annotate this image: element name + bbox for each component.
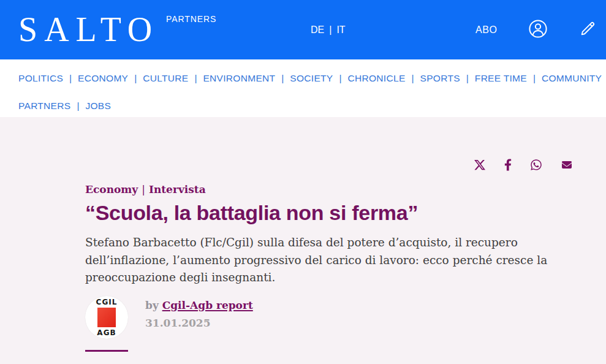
account-button[interactable]	[528, 20, 548, 40]
nav-separator: |	[134, 73, 137, 84]
share-email-button[interactable]	[561, 160, 573, 170]
whatsapp-icon	[530, 159, 542, 171]
share-bar	[85, 117, 573, 172]
lang-de-button[interactable]: DE	[311, 25, 324, 36]
facebook-icon	[504, 159, 512, 171]
nav-item-community[interactable]: COMMUNITY	[542, 73, 602, 84]
nav-separator: |	[194, 73, 197, 84]
nav-separator: |	[466, 73, 469, 84]
nav-row-1: POLITICS|ECONOMY|CULTURE|ENVIRONMENT|SOC…	[18, 70, 588, 87]
article-divider	[85, 350, 128, 352]
avatar-agb-text: AGB	[97, 329, 116, 336]
category-link[interactable]: Economy	[85, 183, 138, 195]
abo-link[interactable]: ABO	[475, 25, 498, 36]
nav-item-culture[interactable]: CULTURE	[143, 73, 188, 84]
write-button[interactable]	[577, 20, 598, 40]
byline: by Cgil-Agb report	[145, 299, 253, 311]
email-icon	[561, 160, 573, 170]
nav-item-environment[interactable]: ENVIRONMENT	[203, 73, 275, 84]
nav-item-economy[interactable]: ECONOMY	[78, 73, 128, 84]
nav-item-partners[interactable]: PARTNERS	[18, 100, 70, 112]
nav-item-politics[interactable]: POLITICS	[18, 73, 63, 84]
site-header: SALTO PARTNERS DE | IT ABO	[0, 0, 606, 59]
header-partners-link[interactable]: PARTNERS	[166, 14, 216, 24]
subcategory-link[interactable]: Intervista	[149, 183, 206, 195]
share-facebook-button[interactable]	[504, 159, 512, 171]
nav-item-free-time[interactable]: FREE TIME	[475, 73, 527, 84]
byline-column: by Cgil-Agb report 31.01.2025	[145, 296, 253, 339]
article-teaser: Stefano Barbacetto (Flc/Cgil) sulla dife…	[85, 234, 573, 287]
nav-item-jobs[interactable]: JOBS	[85, 100, 111, 112]
author-avatar[interactable]: CGIL AGB	[85, 296, 128, 339]
nav-item-sports[interactable]: SPORTS	[420, 73, 460, 84]
breadcrumb: Economy|Intervista	[85, 183, 573, 195]
main-nav: POLITICS|ECONOMY|CULTURE|ENVIRONMENT|SOC…	[0, 59, 606, 117]
pencil-icon	[578, 20, 597, 40]
cgil-logo-square	[97, 308, 116, 327]
nav-separator: |	[69, 73, 72, 84]
article-header-area: Economy|Intervista “Scuola, la battaglia…	[0, 117, 606, 364]
nav-item-chronicle[interactable]: CHRONICLE	[348, 73, 406, 84]
nav-separator: |	[77, 100, 79, 112]
nav-separator: |	[412, 73, 414, 84]
share-x-button[interactable]	[474, 159, 486, 171]
byline-prefix: by	[145, 299, 159, 311]
publish-date: 31.01.2025	[145, 317, 253, 329]
site-logo[interactable]: SALTO	[18, 12, 159, 46]
nav-separator: |	[339, 73, 342, 84]
nav-row-2: PARTNERS|JOBS	[18, 97, 588, 115]
language-switcher: DE | IT	[311, 25, 346, 36]
x-twitter-icon	[474, 159, 486, 171]
article-title: “Scuola, la battaglia non si ferma”	[85, 202, 573, 224]
author-block: CGIL AGB by Cgil-Agb report 31.01.2025	[85, 296, 573, 339]
lang-separator: |	[329, 25, 331, 36]
account-icon	[528, 19, 548, 40]
nav-item-society[interactable]: SOCIETY	[290, 73, 333, 84]
category-separator: |	[142, 183, 145, 195]
nav-separator: |	[281, 73, 284, 84]
lang-it-button[interactable]: IT	[336, 25, 345, 36]
share-whatsapp-button[interactable]	[530, 159, 542, 171]
nav-separator: |	[533, 73, 536, 84]
avatar-cgil-text: CGIL	[96, 298, 118, 306]
author-link[interactable]: Cgil-Agb report	[162, 299, 253, 311]
